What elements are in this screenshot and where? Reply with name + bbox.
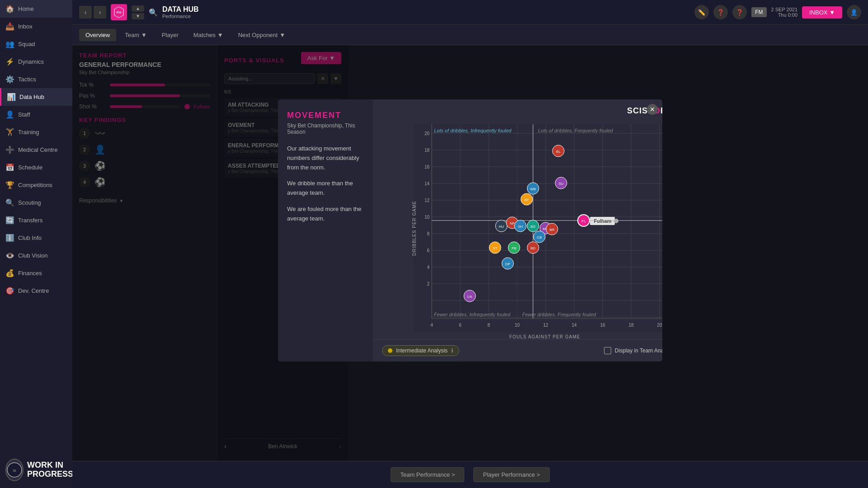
svg-text:10: 10 [425, 215, 430, 220]
svg-text:Lots of dribbles, Infrequently: Lots of dribbles, Infrequently fouled [434, 128, 512, 133]
sidebar-item-training[interactable]: 🏋️ Training [0, 123, 72, 141]
finances-icon: 💰 [5, 269, 14, 277]
inbox-button[interactable]: INBOX ▼ [802, 6, 842, 19]
tab-team[interactable]: Team ▼ [118, 29, 153, 41]
chart-wrapper: DRIBBLES PER GAME [414, 124, 662, 339]
tactics-icon: ⚙️ [5, 75, 14, 84]
modal-left-panel: MOVEMENT Sky Bet Championship, This Seas… [278, 99, 373, 361]
bottom-bar: Team Performance > Player Performance > [72, 461, 868, 488]
sidebar-item-dev-centre[interactable]: 🎯 Dev. Centre [0, 282, 72, 300]
main-area: ‹ › FH ▲ ▼ 🔍 DATA HUB Performance ✏️ ❓ ❓… [72, 0, 868, 488]
schedule-icon: 📅 [5, 163, 14, 172]
svg-text:SI: SI [13, 469, 16, 473]
modal-movement-title: MOVEMENT [287, 111, 364, 120]
svg-text:2: 2 [427, 282, 429, 286]
svg-text:8: 8 [427, 231, 429, 236]
modal-description-2: We dribble more than the average team. [287, 179, 364, 198]
sidebar-item-club-vision[interactable]: 👁️ Club Vision [0, 247, 72, 264]
svg-text:NF: NF [510, 221, 515, 225]
sidebar: 🏠 Home 📥 Inbox 👥 Squad ⚡ Dynamics ⚙️ Tac… [0, 0, 72, 488]
svg-text:14: 14 [571, 323, 577, 328]
movement-modal: ✕ MOVEMENT Sky Bet Championship, This Se… [278, 99, 662, 361]
modal-description-1: Our attacking movement numbers differ co… [287, 144, 364, 172]
chevron-up-button[interactable]: ▲ [132, 5, 144, 12]
transfers-icon: 🔄 [5, 216, 14, 225]
sidebar-item-scouting[interactable]: 🔍 Scouting [0, 194, 72, 211]
sidebar-item-finances[interactable]: 💰 Finances [0, 264, 72, 282]
team-performance-button[interactable]: Team Performance > [391, 467, 464, 482]
sidebar-item-staff[interactable]: 👤 Staff [0, 106, 72, 123]
svg-text:SH: SH [518, 225, 523, 229]
sidebar-item-tactics[interactable]: ⚙️ Tactics [0, 70, 72, 88]
search-icon: 🔍 [149, 8, 158, 17]
svg-text:DP: DP [505, 262, 510, 266]
top-bar-actions: ✏️ ❓ ❓ FM 2 SEP 2021 Thu 0:00 INBOX ▼ 👤 [694, 5, 861, 19]
notifications-icon[interactable]: 👤 [847, 5, 861, 19]
nav-forward-button[interactable]: › [94, 6, 106, 19]
top-bar: ‹ › FH ▲ ▼ 🔍 DATA HUB Performance ✏️ ❓ ❓… [72, 0, 868, 25]
scatter-chart: 20 18 16 14 12 10 8 6 4 [414, 124, 662, 332]
checkbox[interactable] [604, 347, 611, 354]
svg-text:8: 8 [487, 323, 490, 328]
svg-text:18: 18 [628, 323, 634, 328]
sidebar-item-club-info[interactable]: ℹ️ Club Info [0, 229, 72, 247]
svg-text:FL: FL [581, 219, 586, 223]
svg-text:10: 10 [514, 323, 520, 328]
modal-chart-container: SCISPORTS DRIBBLES PER GAME [373, 99, 662, 361]
modal-close-button[interactable]: ✕ [647, 104, 658, 115]
display-in-team-analytics[interactable]: Display in Team Analytics [604, 347, 662, 354]
svg-text:CB: CB [537, 235, 542, 239]
sports-interactive-logo: SI [5, 459, 24, 481]
chevron-down-icon: ▼ [141, 32, 147, 38]
player-performance-button[interactable]: Player Performance > [473, 467, 549, 482]
nav-back-button[interactable]: ‹ [79, 6, 92, 19]
svg-text:14: 14 [425, 181, 430, 186]
x-axis-label: FOULS AGAINST PER GAME [414, 334, 662, 339]
svg-text:Fewer dribbles, Infrequently f: Fewer dribbles, Infrequently fouled [434, 312, 511, 317]
sidebar-item-transfers[interactable]: 🔄 Transfers [0, 211, 72, 229]
nav-arrows: ‹ › [79, 6, 106, 19]
svg-text:Lots of dribbles, Frequently f: Lots of dribbles, Frequently fouled [538, 128, 613, 133]
svg-text:12: 12 [425, 198, 430, 203]
date-display: 2 SEP 2021 Thu 0:00 [771, 7, 798, 18]
help-icon[interactable]: ❓ [713, 5, 728, 19]
tab-player[interactable]: Player [156, 29, 185, 41]
help2-icon[interactable]: ❓ [732, 5, 747, 19]
pencil-icon[interactable]: ✏️ [694, 5, 709, 19]
club-badge: FH [111, 4, 127, 20]
main-right: ✕ MOVEMENT Sky Bet Championship, This Se… [217, 45, 868, 461]
tab-overview[interactable]: Overview [79, 29, 116, 41]
svg-text:4: 4 [430, 323, 433, 328]
modal-footer: Intermediate Analysis ℹ Display in Team … [373, 339, 662, 361]
modal-subtitle: Sky Bet Championship, This Season [287, 122, 364, 135]
wip-text: WORK INPROGRESS [27, 461, 73, 479]
tab-matches[interactable]: Matches ▼ [187, 29, 230, 41]
svg-text:HU: HU [499, 225, 504, 229]
tab-next-opponent[interactable]: Next Opponent ▼ [232, 29, 292, 41]
inbox-icon: 📥 [5, 22, 14, 31]
chevron-down-icon-next: ▼ [279, 32, 285, 38]
sidebar-item-inbox[interactable]: 📥 Inbox [0, 18, 72, 35]
chart-relative: DRIBBLES PER GAME [414, 124, 662, 332]
intermediate-analysis-badge[interactable]: Intermediate Analysis ℹ [382, 345, 459, 356]
sidebar-item-competitions[interactable]: 🏆 Competitions [0, 176, 72, 194]
svg-text:BF: BF [524, 198, 529, 202]
nav-tabs: Overview Team ▼ Player Matches ▼ Next Op… [72, 25, 868, 45]
sidebar-item-squad[interactable]: 👥 Squad [0, 35, 72, 53]
sidebar-item-schedule[interactable]: 📅 Schedule [0, 159, 72, 176]
svg-text:ST: ST [493, 246, 497, 250]
svg-text:20: 20 [657, 323, 662, 328]
svg-text:PB: PB [512, 246, 517, 250]
chevron-down-button[interactable]: ▼ [132, 13, 144, 19]
svg-text:SU: SU [558, 182, 563, 186]
sidebar-item-home[interactable]: 🏠 Home [0, 0, 72, 18]
sidebar-item-data-hub[interactable]: 📊 Data Hub [0, 88, 72, 106]
dynamics-icon: ⚡ [5, 57, 14, 66]
competitions-icon: 🏆 [5, 181, 14, 189]
sidebar-item-dynamics[interactable]: ⚡ Dynamics [0, 53, 72, 70]
svg-text:BL: BL [556, 150, 561, 154]
chart-area: SCISPORTS DRIBBLES PER GAME [373, 99, 662, 339]
svg-text:16: 16 [600, 323, 605, 328]
svg-text:12: 12 [543, 323, 548, 328]
sidebar-item-medical[interactable]: ➕ Medical Centre [0, 141, 72, 159]
